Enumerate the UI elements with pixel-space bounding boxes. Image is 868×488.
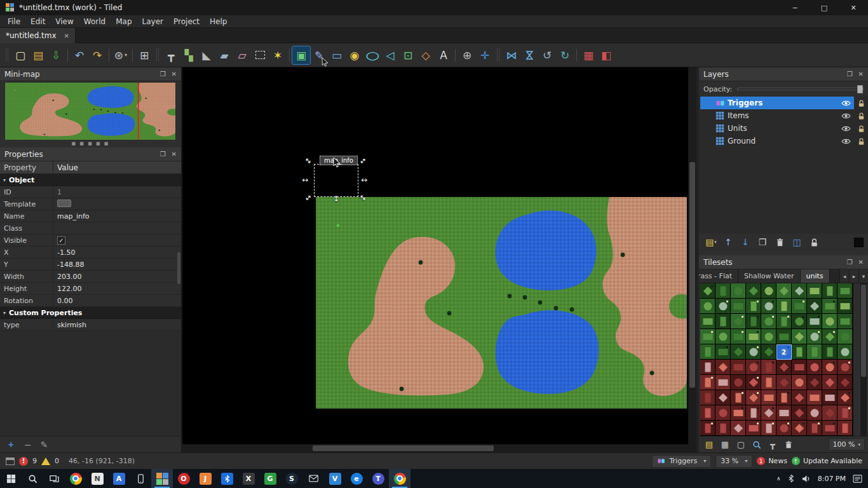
tileset-tile[interactable] <box>731 314 746 329</box>
tileset-tile[interactable] <box>731 360 746 375</box>
tileset-tile[interactable] <box>700 283 715 299</box>
visibility-eye-icon[interactable] <box>837 100 854 107</box>
taskbar-search[interactable] <box>22 469 43 488</box>
visibility-eye-icon[interactable] <box>837 112 854 119</box>
tileset-tile[interactable] <box>761 314 776 329</box>
toolbar-grip[interactable] <box>5 48 9 62</box>
taskbar-notepad[interactable]: N <box>86 469 108 488</box>
resize-handle-e[interactable]: ↔ <box>361 176 367 184</box>
pan-tool-tool[interactable]: ✛ <box>476 46 494 64</box>
tray-expand-icon[interactable]: ∧ <box>776 475 781 482</box>
tileset-tile[interactable] <box>731 283 746 299</box>
magic-wand-tool[interactable]: ✶ <box>269 46 287 64</box>
taskbar-vscode[interactable]: V <box>324 469 346 488</box>
resize-handle-ne[interactable]: ↔ <box>358 156 368 166</box>
float-panel-icon[interactable]: ❐ <box>847 259 853 266</box>
close-panel-icon[interactable]: ✕ <box>172 71 177 78</box>
property-value[interactable]: 122.00 <box>53 283 181 294</box>
resize-handle-s[interactable]: ↕ <box>333 195 339 203</box>
menu-view[interactable]: View <box>50 16 78 27</box>
views-and-toolbars-tool[interactable]: ⊛▾ <box>112 46 130 64</box>
tileset-tile[interactable] <box>792 375 807 390</box>
tileset-tile[interactable] <box>761 299 776 314</box>
tileset-tile[interactable] <box>715 405 731 421</box>
property-value[interactable] <box>53 198 181 210</box>
tileset-tile[interactable] <box>700 421 715 436</box>
map-view[interactable] <box>316 197 687 409</box>
tileset-tile[interactable] <box>746 375 761 390</box>
map-canvas[interactable]: map_info ↔↔↔↔↔↔↕ <box>182 67 696 452</box>
select-objects-tool[interactable]: ▣ <box>292 46 310 64</box>
black-swatch[interactable] <box>854 238 864 247</box>
float-panel-icon[interactable]: ❐ <box>160 71 166 78</box>
property-value[interactable]: map_info <box>53 211 181 222</box>
tileset-tile[interactable] <box>837 390 853 405</box>
close-panel-icon[interactable]: ✕ <box>858 71 864 78</box>
tileset-tile[interactable] <box>700 329 715 344</box>
taskbar-edge[interactable]: e <box>346 469 367 488</box>
tileset-tile[interactable] <box>761 405 776 421</box>
tileset-tile[interactable] <box>700 390 715 405</box>
tileset-tile[interactable] <box>715 299 731 314</box>
tileset-tile[interactable] <box>700 314 715 329</box>
tileset-tile[interactable] <box>807 405 822 421</box>
lock-layers-button[interactable] <box>806 235 822 249</box>
remove-property-button[interactable]: − <box>24 440 32 450</box>
add-property-button[interactable]: ＋ <box>6 439 15 451</box>
tileset-tile[interactable] <box>822 299 837 314</box>
tileset-tile[interactable] <box>776 314 792 329</box>
tileset-tile[interactable] <box>746 421 761 436</box>
flip-vertical-tool[interactable]: ⋈ <box>520 46 538 64</box>
visibility-eye-icon[interactable] <box>837 138 854 145</box>
tileset-tile[interactable] <box>731 299 746 314</box>
tileset-tile[interactable] <box>731 405 746 421</box>
tileset-tile[interactable] <box>776 375 792 390</box>
tileset-tile[interactable] <box>761 421 776 436</box>
tileset-tile[interactable] <box>746 329 761 344</box>
tileset-tile[interactable] <box>792 299 807 314</box>
maximize-button[interactable]: □ <box>810 0 839 15</box>
rotate-right-tool[interactable]: ↻ <box>556 46 574 64</box>
new-file-tool[interactable]: ▢ <box>11 46 29 64</box>
tileset-tile[interactable] <box>822 314 837 329</box>
tileset-tile[interactable] <box>731 375 746 390</box>
taskbar-phone[interactable] <box>130 469 151 488</box>
tileset-tile[interactable] <box>776 405 792 421</box>
tileset-tile[interactable] <box>807 390 822 405</box>
edit-tileset-button[interactable] <box>750 438 764 451</box>
close-panel-icon[interactable]: ✕ <box>858 259 864 266</box>
tileset-tile[interactable] <box>761 283 776 299</box>
tileset-tile[interactable] <box>731 344 746 360</box>
taskbar-chrome-2[interactable] <box>389 469 410 488</box>
tileset-tile[interactable] <box>746 314 761 329</box>
tileset-tile[interactable] <box>761 344 776 360</box>
taskbar-app-green[interactable]: G <box>259 469 281 488</box>
tileset-grid[interactable]: 2 <box>700 283 853 436</box>
tileset-tile[interactable] <box>776 421 792 436</box>
taskbar-teams[interactable]: T <box>367 469 389 488</box>
property-group-custom-properties[interactable]: ▾Custom Properties <box>0 307 181 319</box>
taskbar-app-a[interactable]: A <box>108 469 130 488</box>
tileset-tile[interactable] <box>807 375 822 390</box>
flip-horizontal-tool[interactable]: ⋈ <box>503 46 520 64</box>
property-value[interactable]: -1.50 <box>53 247 181 258</box>
tileset-tile[interactable] <box>715 314 731 329</box>
insert-rectangle-tool[interactable]: ▭ <box>328 46 346 64</box>
taskbar-steam[interactable]: S <box>281 469 302 488</box>
property-value[interactable]: skirmish <box>53 320 181 330</box>
highlight-current-layer-tool[interactable]: ▦ <box>580 46 597 64</box>
menu-layer[interactable]: Layer <box>137 16 168 27</box>
insert-template-tool[interactable]: ◇ <box>417 46 435 64</box>
tileset-tile[interactable] <box>822 344 837 360</box>
edit-property-button[interactable]: ✎ <box>41 440 48 450</box>
news-button[interactable]: 1 News <box>757 457 787 465</box>
resize-handle-w[interactable]: ↔ <box>302 176 308 184</box>
tileset-tile[interactable] <box>822 375 837 390</box>
opacity-slider-handle[interactable] <box>857 85 863 93</box>
duplicate-layer-button[interactable]: ❐ <box>755 235 770 249</box>
scrollbar-thumb[interactable] <box>689 162 695 388</box>
eraser-tool[interactable]: ▱ <box>233 46 251 64</box>
taskbar-tiled[interactable] <box>151 469 173 488</box>
canvas-vertical-scrollbar[interactable] <box>688 67 696 444</box>
tileset-tile[interactable] <box>715 421 731 436</box>
